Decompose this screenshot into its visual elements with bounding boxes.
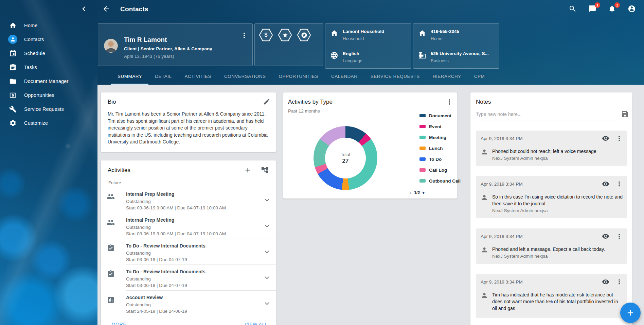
sidebar-item-label: Contacts [24, 37, 44, 42]
legend-item: To Do [419, 154, 461, 165]
note-date: Apr 9, 2019 3:34 PM [481, 182, 602, 187]
view-note-button[interactable] [602, 233, 609, 240]
chat-button[interactable]: 1 [588, 5, 597, 14]
household-card: Lamont Household Household English Langu… [325, 23, 411, 69]
chart-menu-button[interactable] [445, 98, 453, 106]
expand-activity-button[interactable] [263, 222, 271, 230]
sidebar-item-customize[interactable]: Customize [0, 116, 97, 130]
activity-row[interactable]: To Do - Review Internal Documents Outsta… [101, 239, 276, 265]
dollar-badge[interactable]: $ [259, 29, 273, 41]
sidebar-item-schedule[interactable]: Schedule [0, 46, 97, 60]
sidebar-item-tasks[interactable]: Tasks [0, 60, 97, 74]
activity-row[interactable]: Internal Prep Meeting Outstanding Start … [101, 213, 276, 239]
legend-item: Document [419, 110, 461, 121]
sidebar-item-opportunities[interactable]: Opportunities [0, 88, 97, 102]
expand-activity-button[interactable] [263, 196, 271, 204]
star-circle-icon [297, 29, 311, 41]
notifications-button[interactable]: 1 [608, 5, 617, 14]
tab-activities[interactable]: ACTIVITIES [178, 69, 218, 85]
legend-item: Call Log [419, 165, 461, 175]
tab-conversations[interactable]: CONVERSATIONS [218, 69, 272, 85]
note-menu-button[interactable] [615, 233, 623, 240]
globe-icon [330, 51, 338, 59]
save-note-button[interactable] [621, 110, 629, 118]
new-note-input[interactable] [476, 110, 617, 120]
star-badge[interactable] [278, 29, 292, 41]
phone-row[interactable]: 416-555-2345 Home [418, 29, 494, 41]
sidebar-item-label: Service Requests [24, 106, 64, 112]
language-row[interactable]: English Language [330, 51, 406, 63]
contact-menu-button[interactable] [240, 31, 248, 39]
edit-bio-button[interactable] [263, 98, 270, 105]
group-icon [107, 218, 115, 226]
sidebar-item-label: Schedule [24, 51, 45, 56]
contacts-icon [8, 35, 17, 44]
activity-status: Outstanding [126, 251, 261, 256]
person-icon [481, 246, 488, 254]
star-circle-badge[interactable] [297, 29, 311, 41]
tab-calendar[interactable]: CALENDAR [325, 69, 364, 85]
legend-page-number: 1/2 [414, 190, 420, 195]
add-fab-button[interactable] [620, 303, 641, 323]
tab-service-requests[interactable]: SERVICE REQUESTS [364, 69, 426, 85]
legend-label: Outbound Call [429, 178, 461, 184]
activity-status: Outstanding [126, 199, 261, 204]
activity-row[interactable]: To Do - Review Internal Documents Outsta… [101, 265, 276, 291]
chart-legend: Document Event Meeting Lunch To Do Call … [419, 110, 461, 186]
note-item: Apr 9, 2019 3:34 PM So in this case I'm … [476, 176, 627, 218]
tab-hierarchy[interactable]: HIERARCHY [426, 69, 468, 85]
task-icon [107, 270, 115, 278]
add-activity-button[interactable] [244, 166, 252, 174]
tab-detail[interactable]: DETAIL [148, 69, 178, 85]
bio-text: Mr. Tim Lamont has been a Senior Partner… [108, 110, 269, 146]
activity-dates: Start 24-05-19 | Due 24-06-19 [126, 309, 261, 314]
tab-opportunities[interactable]: OPPORTUNITIES [272, 69, 325, 85]
household-row[interactable]: Lamont Household Household [330, 29, 406, 41]
activity-row[interactable]: Account Review Outstanding Start 24-05-1… [101, 291, 276, 317]
view-note-button[interactable] [602, 180, 609, 188]
note-menu-button[interactable] [615, 135, 623, 142]
expand-activity-button[interactable] [263, 248, 271, 256]
note-text: Phoned but could not reach; left a voice… [492, 148, 596, 155]
sidebar-collapse-button[interactable] [79, 4, 89, 14]
legend-item: Event [419, 121, 461, 132]
activities-card: Activities Future Internal Prep Meeting … [101, 160, 276, 325]
hierarchy-view-button[interactable] [261, 166, 269, 174]
more-button[interactable]: MORE [111, 322, 126, 325]
sidebar-item-label: Document Manager [24, 79, 69, 84]
tab-summary[interactable]: SUMMARY [111, 69, 148, 85]
address-row[interactable]: 525 University Avenue, S... Business [418, 51, 494, 63]
note-menu-button[interactable] [615, 278, 623, 286]
account-button[interactable] [628, 5, 637, 14]
tab-cpm[interactable]: CPM [468, 69, 491, 85]
view-note-button[interactable] [602, 278, 609, 286]
donut-center: Total 27 [325, 138, 366, 178]
legend-item: Meeting [419, 132, 461, 143]
clipboard-icon [8, 63, 17, 72]
legend-swatch [419, 157, 426, 161]
contact-name: Tim R Lamont [124, 36, 247, 44]
sidebar-item-service-requests[interactable]: Service Requests [0, 102, 97, 116]
expand-activity-button[interactable] [263, 300, 271, 308]
sidebar-item-home[interactable]: Home [0, 18, 97, 32]
star-icon [278, 29, 292, 41]
activity-title: Internal Prep Meeting [126, 191, 261, 197]
sidebar-item-document-manager[interactable]: Document Manager [0, 74, 97, 88]
activity-dates: Start 03-06-19 | Due 04-07-19 [126, 257, 261, 262]
language-label: Language [343, 58, 362, 63]
note-item: Apr 9, 2019 3:34 PM Phoned and left a me… [476, 228, 627, 264]
view-all-button[interactable]: VIEW ALL [245, 322, 268, 325]
sidebar-item-label: Opportunities [24, 92, 54, 98]
activity-row[interactable]: Internal Prep Meeting Outstanding Start … [101, 187, 276, 213]
expand-activity-button[interactable] [263, 274, 271, 282]
activity-title: To Do - Review Internal Documents [126, 243, 261, 249]
view-note-button[interactable] [602, 135, 609, 142]
activity-title: Internal Prep Meeting [126, 217, 261, 223]
back-button[interactable] [102, 5, 111, 14]
search-button[interactable] [569, 5, 577, 14]
dollar-glyph: $ [259, 29, 273, 41]
legend-page-up-icon[interactable]: ▲ [409, 191, 412, 195]
sidebar-item-contacts[interactable]: Contacts [0, 32, 97, 46]
note-menu-button[interactable] [615, 180, 623, 188]
legend-page-down-icon[interactable]: ▼ [422, 191, 425, 195]
